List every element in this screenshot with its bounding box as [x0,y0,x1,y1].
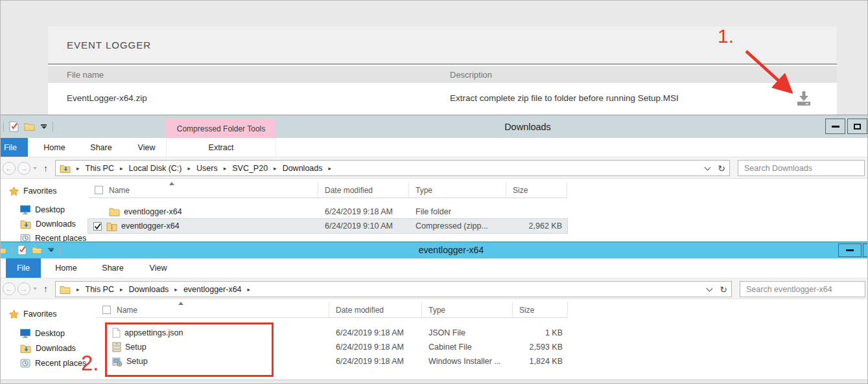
refresh-icon[interactable]: ↻ [720,284,727,295]
column-header-date-modified[interactable]: Date modified [318,183,409,198]
recent-places-icon [20,234,30,242]
recent-locations-icon[interactable] [33,167,37,170]
sidebar-group-favorites[interactable]: Favorites [9,308,56,321]
address-dropdown-icon[interactable] [707,285,713,291]
breadcrumb-arrow-icon [72,286,84,293]
tab-file[interactable]: File [6,258,41,278]
file-row-folder[interactable]: eventlogger-x64 6/24/2019 9:18 AM File f… [88,205,567,219]
quick-access-toolbar [1,245,60,255]
breadcrumb-this-pc[interactable]: This PC [84,163,115,174]
breadcrumb-arrow-icon [170,286,182,293]
properties-icon[interactable] [18,245,27,255]
breadcrumb-arrow-icon [243,286,255,293]
recent-locations-icon[interactable] [33,288,37,290]
forward-icon[interactable]: → [18,162,30,175]
tab-share[interactable]: Share [93,258,133,278]
breadcrumb-eventlogger-x64[interactable]: eventlogger-x64 [182,284,243,295]
tab-home[interactable]: Home [34,138,75,157]
column-header-size[interactable]: Size [513,302,568,317]
installer-file-icon [112,356,123,367]
file-row-setup-msi[interactable]: Setup 6/24/2019 9:18 AM Windows Installe… [96,354,568,368]
sidebar-item-downloads[interactable]: Downloads [20,218,76,231]
address-box[interactable]: This PC Local Disk (C:) Users SVC_P20 Do… [55,160,730,176]
sidebar-item-desktop[interactable]: Desktop [20,203,65,216]
breadcrumb: This PC Local Disk (C:) Users SVC_P20 Do… [72,163,336,174]
breadcrumb-this-pc[interactable]: This PC [84,284,115,295]
sidebar-item-recent-places[interactable]: Recent places [20,232,86,242]
divider [53,122,53,132]
star-icon [9,186,19,196]
navigation-buttons: ← → ↑ [3,282,48,295]
select-all-checkbox[interactable] [95,186,103,194]
downloads-folder-icon [20,220,31,229]
annotation-step-1: 1. [718,25,734,47]
tab-view[interactable]: View [139,258,177,278]
address-bar-row: ← → ↑ This PC Local Disk (C:) [1,157,868,179]
window-body: Favorites Desktop Downloads [1,179,868,242]
qat-customize-icon[interactable] [40,124,47,129]
address-bar-row: ← → ↑ This PC Downloads [1,278,868,299]
window-system-icon [1,246,6,254]
breadcrumb-arrow-icon [115,286,128,293]
tab-file[interactable]: File [1,138,28,157]
breadcrumb-local-disk[interactable]: Local Disk (C:) [128,163,183,174]
contextual-tab-compressed-folder-tools[interactable]: Compressed Folder Tools [166,119,276,139]
search-input[interactable] [740,281,865,297]
breadcrumb-svc-p20[interactable]: SVC_P20 [231,163,269,174]
refresh-icon[interactable]: ↻ [718,163,725,174]
sidebar-item-recent-places[interactable]: Recent places [20,357,86,370]
column-header-type[interactable]: Type [409,183,506,198]
column-header-name[interactable]: Name [88,183,318,198]
breadcrumb-downloads[interactable]: Downloads [128,284,170,295]
breadcrumb-users[interactable]: Users [195,163,219,174]
new-folder-icon[interactable] [32,246,42,254]
sidebar-item-desktop[interactable]: Desktop [20,327,65,340]
file-row-setup-cab[interactable]: Setup 6/24/2019 9:18 AM Cabinet File 2,5… [96,340,568,354]
divider [3,122,4,132]
column-file-name: File name [67,70,104,80]
tab-share[interactable]: Share [81,138,121,157]
cabinet-file-icon [112,342,121,352]
select-all-checkbox[interactable] [102,306,111,314]
maximize-button[interactable] [863,243,868,257]
tab-home[interactable]: Home [46,258,86,278]
column-header-size[interactable]: Size [506,183,567,198]
description-cell: Extract complete zip file to folder befo… [450,93,679,103]
download-icon[interactable] [795,91,814,107]
minimize-button[interactable] [838,243,862,257]
address-dropdown-icon[interactable] [705,164,711,170]
breadcrumb-downloads[interactable]: Downloads [281,163,324,174]
tab-view[interactable]: View [128,138,165,157]
breadcrumb-arrow-icon [115,165,128,172]
list-column-headers: Name Date modified Type Size [88,183,567,198]
qat-customize-icon[interactable] [47,248,54,253]
address-box[interactable]: This PC Downloads eventlogger-x64 ↻ [55,281,732,297]
column-header-name[interactable]: Name [96,302,329,317]
divider [60,245,60,255]
tab-extract[interactable]: Extract [166,138,276,157]
screenshot-root: EVENT LOGGER File name Description Event… [0,0,868,384]
ribbon-tabs: File Home Share View Extract [1,138,868,157]
window-title: Downloads [476,122,580,132]
file-row-appsettings[interactable]: appsettings.json 6/24/2019 9:18 AM JSON … [96,326,568,340]
column-header-date-modified[interactable]: Date modified [329,302,422,317]
forward-icon[interactable]: → [18,282,30,295]
up-icon[interactable]: ↑ [43,163,48,174]
back-icon[interactable]: ← [3,282,16,295]
up-icon[interactable]: ↑ [43,284,48,294]
new-folder-icon[interactable] [24,122,35,131]
breadcrumb-arrow-icon [183,165,195,172]
file-row-zip-selected[interactable]: eventlogger-x64 6/24/2019 9:10 AM Compre… [88,219,567,233]
json-file-icon [112,328,121,338]
back-icon[interactable]: ← [3,162,16,175]
properties-icon[interactable] [9,121,19,132]
sidebar-item-downloads[interactable]: Downloads [20,342,76,355]
maximize-button[interactable] [847,119,867,134]
sidebar-group-favorites[interactable]: Favorites [9,185,56,198]
search-input[interactable] [738,160,865,176]
minimize-button[interactable] [825,119,845,134]
row-checkbox-checked[interactable] [93,222,102,231]
address-location-icon [60,285,71,294]
column-header-type[interactable]: Type [422,302,513,317]
recent-places-icon [20,359,30,368]
